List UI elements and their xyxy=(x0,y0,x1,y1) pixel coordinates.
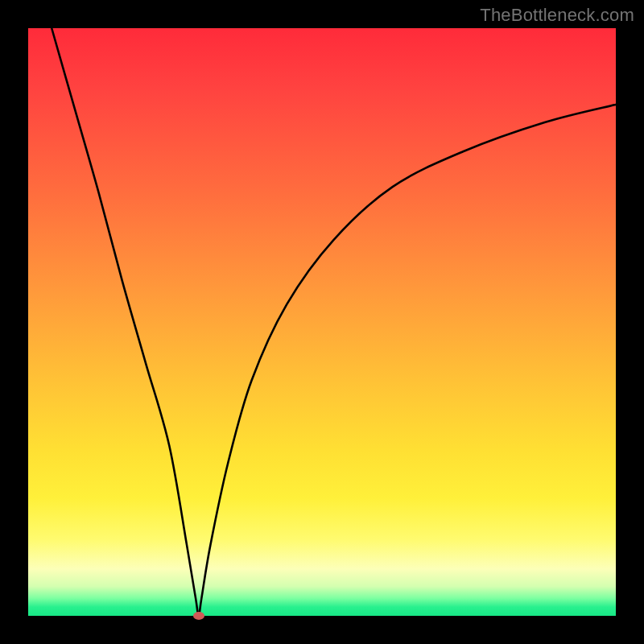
watermark-text: TheBottleneck.com xyxy=(480,5,634,26)
chart-frame: TheBottleneck.com xyxy=(0,0,644,644)
plot-area xyxy=(28,28,616,616)
optimal-point-marker xyxy=(193,612,204,620)
bottleneck-curve xyxy=(28,28,616,616)
